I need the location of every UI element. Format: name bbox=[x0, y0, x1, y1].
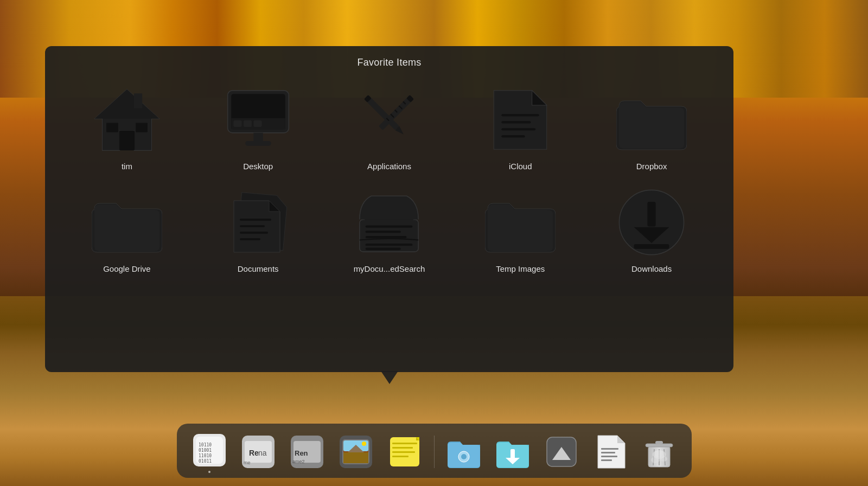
applications-icon bbox=[354, 85, 424, 155]
item-label-applications: Applications bbox=[367, 162, 411, 171]
svg-rect-2 bbox=[119, 131, 135, 151]
svg-text:Ren: Ren bbox=[295, 449, 308, 457]
downloads-icon bbox=[616, 187, 687, 258]
svg-text:10110: 10110 bbox=[199, 443, 212, 447]
temp-images-icon bbox=[485, 187, 556, 258]
popup-title: Favorite Items bbox=[61, 57, 717, 68]
item-label-desktop: Desktop bbox=[243, 162, 273, 171]
svg-text:ame2: ame2 bbox=[292, 459, 305, 464]
svg-rect-28 bbox=[240, 219, 271, 221]
svg-rect-42 bbox=[648, 202, 656, 227]
dock-dot bbox=[208, 471, 210, 473]
svg-rect-24 bbox=[502, 114, 539, 116]
svg-rect-27 bbox=[502, 135, 525, 137]
dock-item-photos[interactable] bbox=[442, 430, 486, 474]
item-label-temp-images: Temp Images bbox=[496, 264, 545, 273]
dock-item-dockbar[interactable] bbox=[540, 430, 583, 474]
svg-rect-70 bbox=[392, 451, 415, 453]
item-label-tim: tim bbox=[122, 162, 132, 171]
item-label-documents: Documents bbox=[238, 264, 279, 273]
svg-rect-9 bbox=[233, 120, 241, 127]
dock-item-textedit[interactable] bbox=[589, 430, 632, 474]
svg-rect-11 bbox=[253, 120, 261, 127]
grid-item-google-drive[interactable]: Google Drive bbox=[61, 182, 193, 279]
icloud-icon bbox=[485, 85, 556, 155]
grid-item-temp-images[interactable]: Temp Images bbox=[455, 182, 586, 279]
svg-rect-83 bbox=[601, 459, 612, 461]
svg-rect-12 bbox=[253, 133, 263, 141]
dock-item-rename2[interactable]: Ren ame2 bbox=[285, 430, 329, 474]
dock-separator bbox=[434, 436, 435, 468]
grid-item-tim[interactable]: tim bbox=[61, 79, 193, 176]
grid-item-desktop[interactable]: Desktop bbox=[193, 79, 324, 176]
svg-rect-69 bbox=[392, 447, 413, 449]
svg-rect-29 bbox=[240, 225, 265, 227]
svg-rect-25 bbox=[502, 121, 531, 123]
item-label-dropbox: Dropbox bbox=[636, 162, 667, 171]
dock-item-binary-viewer[interactable]: 10110 01001 11010 01011 bbox=[188, 430, 231, 474]
desktop-icon bbox=[223, 85, 293, 155]
svg-rect-87 bbox=[655, 441, 663, 444]
svg-text:01011: 01011 bbox=[199, 459, 212, 464]
svg-rect-13 bbox=[245, 141, 271, 146]
grid-item-applications[interactable]: Applications bbox=[324, 79, 455, 176]
google-drive-icon bbox=[92, 187, 162, 258]
svg-text:na: na bbox=[258, 449, 267, 457]
svg-rect-31 bbox=[240, 238, 260, 240]
dock-item-trash[interactable] bbox=[637, 430, 681, 474]
dock-item-downloads-folder[interactable] bbox=[491, 430, 534, 474]
documents-icon bbox=[223, 187, 293, 258]
item-label-downloads: Downloads bbox=[631, 264, 672, 273]
svg-rect-37 bbox=[366, 231, 401, 233]
svg-rect-38 bbox=[366, 236, 407, 238]
svg-rect-76 bbox=[510, 449, 515, 459]
grid-item-documents[interactable]: Documents bbox=[193, 182, 324, 279]
svg-rect-26 bbox=[502, 128, 536, 130]
svg-text:01001: 01001 bbox=[199, 448, 212, 453]
grid-item-mydocu[interactable]: myDocu...edSearch bbox=[324, 182, 455, 279]
svg-rect-82 bbox=[601, 456, 617, 457]
svg-rect-5 bbox=[134, 93, 142, 108]
svg-rect-81 bbox=[601, 452, 615, 453]
svg-point-75 bbox=[461, 454, 467, 459]
dock-item-image-viewer[interactable] bbox=[334, 430, 378, 474]
inbox-icon bbox=[354, 187, 424, 258]
item-label-google-drive: Google Drive bbox=[103, 264, 151, 273]
svg-rect-66 bbox=[343, 452, 368, 463]
svg-rect-10 bbox=[244, 120, 252, 127]
svg-rect-36 bbox=[366, 225, 413, 227]
svg-rect-44 bbox=[634, 244, 669, 249]
favorite-items-popup: Favorite Items tim bbox=[45, 46, 733, 372]
svg-rect-39 bbox=[366, 244, 413, 246]
svg-rect-40 bbox=[366, 248, 401, 250]
items-grid: tim bbox=[61, 79, 717, 279]
item-label-mydocu: myDocu...edSearch bbox=[354, 264, 425, 273]
svg-text:me: me bbox=[244, 460, 251, 465]
grid-item-icloud[interactable]: iCloud bbox=[455, 79, 586, 176]
svg-point-65 bbox=[362, 442, 366, 446]
svg-point-92 bbox=[651, 457, 660, 463]
dock-container: 10110 01001 11010 01011 Re na me Ren bbox=[177, 424, 692, 478]
svg-text:11010: 11010 bbox=[199, 453, 212, 458]
grid-item-downloads[interactable]: Downloads bbox=[586, 182, 717, 279]
grid-item-dropbox[interactable]: Dropbox bbox=[586, 79, 717, 176]
svg-rect-71 bbox=[392, 456, 409, 457]
dropbox-icon bbox=[616, 85, 687, 155]
svg-rect-4 bbox=[136, 123, 148, 132]
dock-item-rename1[interactable]: Re na me bbox=[237, 430, 280, 474]
svg-marker-1 bbox=[94, 89, 159, 119]
svg-rect-80 bbox=[601, 448, 618, 450]
dock: 10110 01001 11010 01011 Re na me Ren bbox=[0, 372, 868, 486]
svg-point-93 bbox=[660, 456, 667, 462]
svg-text:Re: Re bbox=[249, 449, 259, 457]
svg-rect-30 bbox=[240, 232, 268, 234]
dock-item-stickies[interactable] bbox=[383, 430, 426, 474]
svg-rect-3 bbox=[106, 123, 118, 132]
home-icon bbox=[92, 85, 162, 155]
item-label-icloud: iCloud bbox=[509, 162, 532, 171]
svg-rect-68 bbox=[392, 443, 417, 444]
svg-rect-32 bbox=[360, 220, 418, 252]
